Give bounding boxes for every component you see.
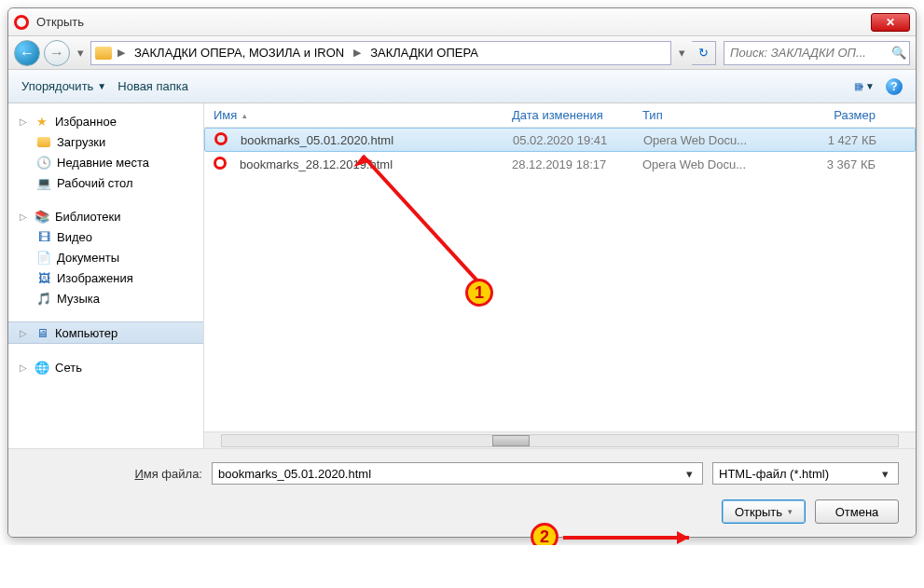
breadcrumb-dropdown[interactable]: ▾ — [675, 40, 688, 66]
window-title: Открыть — [36, 15, 84, 29]
sidebar-pictures[interactable]: 🖼Изображения — [8, 267, 203, 288]
back-button[interactable]: ← — [14, 40, 40, 66]
breadcrumb-seg-1[interactable]: ЗАКЛАДКИ ОПЕРА, МОЗИЛА и IRON — [131, 46, 348, 60]
opera-icon — [14, 15, 29, 30]
col-type[interactable]: Тип — [633, 103, 782, 127]
horizontal-scrollbar[interactable] — [204, 431, 916, 448]
file-rows: bookmarks_05.01.2020.html 05.02.2020 19:… — [204, 128, 916, 431]
forward-button[interactable]: → — [44, 40, 70, 66]
opera-file-icon — [214, 132, 229, 147]
sidebar-documents[interactable]: 📄Документы — [8, 247, 203, 267]
chevron-down-icon: ▾ — [878, 467, 892, 481]
nav-bar: ← → ▾ ▶ ЗАКЛАДКИ ОПЕРА, МОЗИЛА и IRON ▶ … — [8, 36, 916, 70]
open-file-dialog: Открыть ✕ ← → ▾ ▶ ЗАКЛАДКИ ОПЕРА, МОЗИЛА… — [7, 7, 917, 538]
titlebar: Открыть ✕ — [8, 8, 916, 36]
chevron-right-icon: ▶ — [350, 47, 365, 59]
body-area: ▷★Избранное Загрузки 🕓Недавние места 💻Ра… — [8, 103, 916, 448]
search-input[interactable] — [730, 46, 888, 60]
col-size[interactable]: Размер — [782, 103, 885, 127]
column-headers: Имя▴ Дата изменения Тип Размер — [204, 103, 916, 128]
sort-indicator-icon: ▴ — [242, 111, 247, 120]
filename-history-dropdown[interactable]: ▾ — [683, 467, 696, 481]
chevron-right-icon: ▶ — [114, 47, 129, 59]
new-folder-button[interactable]: Новая папка — [117, 79, 188, 93]
filename-field[interactable]: ▾ — [212, 462, 703, 485]
file-row[interactable]: bookmarks_05.01.2020.html 05.02.2020 19:… — [204, 128, 916, 152]
col-name[interactable]: Имя▴ — [204, 103, 503, 127]
sidebar-favorites[interactable]: ▷★Избранное — [8, 111, 203, 131]
breadcrumb[interactable]: ▶ ЗАКЛАДКИ ОПЕРА, МОЗИЛА и IRON ▶ ЗАКЛАД… — [90, 41, 671, 65]
open-button[interactable]: Открыть▾ — [722, 499, 806, 524]
view-options-button[interactable]: ▦▪▼ — [854, 81, 875, 91]
organize-menu[interactable]: Упорядочить▼ — [21, 79, 106, 93]
toolbar: Упорядочить▼ Новая папка ▦▪▼ ? — [8, 70, 916, 103]
opera-file-icon — [214, 157, 228, 171]
search-box[interactable]: 🔍 — [724, 41, 910, 65]
filename-input[interactable] — [218, 467, 683, 481]
file-row[interactable]: bookmarks_28.12.2019.html 28.12.2019 18:… — [204, 152, 916, 176]
search-icon[interactable]: 🔍 — [891, 46, 906, 60]
sidebar-desktop[interactable]: 💻Рабочий стол — [8, 172, 203, 193]
sidebar-videos[interactable]: 🎞Видео — [8, 226, 203, 247]
col-date[interactable]: Дата изменения — [503, 103, 633, 127]
sidebar-music[interactable]: 🎵Музыка — [8, 288, 203, 308]
sidebar-libraries[interactable]: ▷📚Библиотеки — [8, 206, 203, 226]
file-list: Имя▴ Дата изменения Тип Размер bookmarks… — [204, 103, 916, 448]
footer: Имя файла: ▾ HTML-файл (*.html) ▾ Открыт… — [8, 448, 916, 537]
refresh-button[interactable]: ↻ — [692, 41, 716, 65]
history-dropdown[interactable]: ▾ — [74, 40, 87, 66]
help-icon[interactable]: ? — [886, 78, 903, 95]
folder-icon — [95, 47, 112, 60]
breadcrumb-seg-2[interactable]: ЗАКЛАДКИ ОПЕРА — [366, 46, 482, 60]
sidebar-network[interactable]: ▷🌐Сеть — [8, 357, 203, 377]
close-button[interactable]: ✕ — [871, 13, 910, 32]
sidebar-downloads[interactable]: Загрузки — [8, 131, 203, 152]
filename-label: Имя файла: — [25, 467, 202, 481]
sidebar-computer[interactable]: ▷🖥Компьютер — [8, 321, 203, 344]
sidebar: ▷★Избранное Загрузки 🕓Недавние места 💻Ра… — [8, 103, 204, 448]
filetype-select[interactable]: HTML-файл (*.html) ▾ — [712, 462, 899, 485]
cancel-button[interactable]: Отмена — [815, 499, 899, 524]
sidebar-recent[interactable]: 🕓Недавние места — [8, 152, 203, 172]
